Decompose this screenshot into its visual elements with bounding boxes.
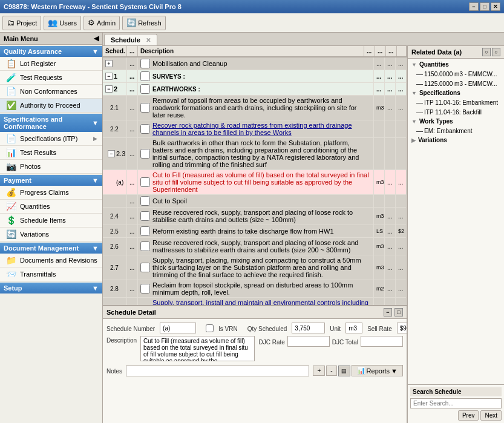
tab-schedule[interactable]: Schedule ✕ (104, 34, 157, 45)
prev-button[interactable]: Prev (458, 410, 479, 421)
add-button[interactable]: + (313, 366, 325, 376)
sidebar-item-test-results[interactable]: 📊 Test Results (0, 146, 102, 160)
tree-item-work-types[interactable]: ▼ Work Types (409, 117, 503, 126)
table-row[interactable]: 2.7 ... Supply, transport, placing, mixi… (103, 255, 407, 280)
cell-dots4[interactable]: ... (396, 57, 407, 70)
expand-button[interactable]: − (105, 73, 113, 80)
row-checkbox[interactable] (140, 84, 150, 94)
expand-button[interactable]: − (108, 150, 115, 157)
remove-button[interactable]: - (326, 366, 336, 376)
sidebar-item-transmittals[interactable]: 📨 Transmittals (0, 267, 102, 281)
detail-minimize-btn[interactable]: − (384, 308, 392, 316)
search-schedule-input[interactable] (410, 398, 502, 408)
cell-dots3[interactable]: ... (385, 57, 396, 70)
row-checkbox[interactable] (140, 177, 150, 187)
sidebar-section-docs[interactable]: Document Management ▼ (0, 243, 102, 254)
table-row[interactable]: + ... Mobilisation and Cleanup ... ... .… (103, 57, 407, 70)
sidebar-item-schedule-items[interactable]: 💲 Schedule Items (0, 214, 102, 228)
next-button[interactable]: Next (480, 410, 502, 421)
djc-total-input[interactable] (361, 336, 403, 347)
row-checkbox[interactable] (140, 284, 150, 293)
tree-item-work1[interactable]: — EM: Embankment (409, 126, 503, 136)
col-header-dots4[interactable]: ... (386, 46, 397, 56)
sidebar-item-test-requests[interactable]: 🧪 Test Requests (0, 71, 102, 85)
users-button[interactable]: 👥 Users (44, 16, 81, 30)
detail-expand-btn[interactable]: □ (394, 308, 403, 316)
sell-rate-input[interactable] (397, 323, 407, 333)
is-vrn-checkbox[interactable] (206, 324, 214, 332)
tree-item-spec2[interactable]: — ITP 11.04-16: Backfill (409, 107, 503, 117)
sidebar-section-specs[interactable]: Specifications and Conformance ▼ (0, 114, 102, 132)
cell-dots[interactable]: ... (127, 70, 138, 82)
table-row[interactable]: 2.4 ... Reuse recovered rock, supply, tr… (103, 208, 407, 225)
unit-input[interactable] (345, 323, 362, 333)
description-textarea[interactable] (140, 336, 255, 361)
sidebar-item-non-conformances[interactable]: 📄 Non Conformances (0, 85, 102, 99)
col-header-dots1[interactable]: ... (127, 46, 138, 56)
sidebar-item-lot-register[interactable]: 📋 Lot Register (0, 57, 102, 71)
row-checkbox[interactable] (140, 226, 150, 236)
row-checkbox[interactable] (140, 149, 150, 159)
tree-item-spec1[interactable]: — ITP 11.04-16: Embankment (409, 97, 503, 107)
table-row[interactable]: ... Cut to Spoil (103, 195, 407, 208)
djc-rate-input[interactable] (287, 336, 330, 347)
sidebar-item-documents[interactable]: 📁 Documents and Revisions (0, 254, 102, 267)
row-checkbox[interactable] (140, 211, 150, 221)
table-row[interactable]: 2.1 ... Removal of topsoil from areas to… (103, 96, 407, 120)
row-checkbox[interactable] (140, 124, 150, 134)
col-header-dots3[interactable]: ... (375, 46, 386, 56)
row-checkbox[interactable] (140, 59, 150, 68)
tree-item-variations[interactable]: ▶ Variations (409, 136, 503, 145)
cell-dots2[interactable]: ... (374, 57, 385, 70)
sidebar-section-qa[interactable]: Quality Assurance ▼ (0, 46, 102, 57)
table-row[interactable]: 2.5 ... Reform existing earth drains to … (103, 225, 407, 238)
sidebar-item-quantities[interactable]: 📈 Quantities (0, 200, 102, 214)
qty-scheduled-input[interactable] (292, 323, 325, 333)
tree-item-qty1[interactable]: — 1150.0000 m3 - EMMCW... (409, 69, 503, 79)
sidebar-collapse-icon[interactable]: ◀ (94, 34, 99, 42)
cell-sched-num: 2.4 (103, 208, 127, 225)
admin-button[interactable]: ⚙ Admin (83, 16, 120, 30)
table-row[interactable]: − 2 ... EARTHWORKS : ... ... ... (103, 83, 407, 96)
expand-button[interactable]: − (105, 85, 113, 93)
schedule-body[interactable]: + ... Mobilisation and Cleanup ... ... .… (103, 57, 407, 305)
maximize-button[interactable]: □ (480, 2, 489, 11)
table-row[interactable]: 2.2 ... Recover rock patching & road mat… (103, 120, 407, 138)
panel-btn-1[interactable]: ○ (482, 48, 491, 56)
schedule-number-input[interactable] (160, 323, 196, 333)
table-row[interactable]: − 1 ... SURVEYS : ... ... ... (103, 70, 407, 83)
tree-item-specifications[interactable]: ▼ Specifications (409, 88, 503, 97)
sidebar-section-payment[interactable]: Payment ▼ (0, 175, 102, 186)
project-button[interactable]: 🗂 Project (2, 16, 41, 30)
row-checkbox[interactable] (140, 71, 150, 81)
sidebar-item-specifications[interactable]: 📄 Specifications (ITP) ▶ (0, 132, 102, 146)
table-row[interactable]: 2.8 ... Reclaim from topsoil stockpile, … (103, 280, 407, 298)
cell-dots[interactable]: ... (127, 83, 138, 95)
tree-item-quantities[interactable]: ▼ Quantities (409, 60, 503, 69)
row-checkbox[interactable] (140, 103, 150, 113)
sidebar-item-progress-claims[interactable]: 💰 Progress Claims (0, 186, 102, 200)
minimize-button[interactable]: − (469, 2, 479, 11)
table-row[interactable]: 2.9 ... Supply, transport, install and m… (103, 298, 407, 305)
note-scroll-icon[interactable]: ▤ (338, 366, 350, 376)
row-checkbox[interactable] (140, 263, 150, 272)
table-row[interactable]: 2.6 ... Reuse recovered rock, supply, tr… (103, 238, 407, 255)
refresh-button[interactable]: 🔄 Refresh (122, 16, 166, 30)
row-checkbox[interactable] (140, 241, 150, 251)
reports-button[interactable]: 📊 Reports ▼ (352, 365, 403, 376)
table-row[interactable]: − 2.3 ... Bulk earthworks in other than … (103, 138, 407, 170)
col-header-dots2[interactable]: ... (364, 46, 375, 56)
cell-dots[interactable]: ... (127, 57, 138, 70)
table-row[interactable]: (a) ... Cut to Fill (measured as volume … (103, 170, 407, 195)
sidebar-item-photos[interactable]: 📷 Photos (0, 160, 102, 174)
notes-input[interactable] (126, 366, 309, 376)
expand-button[interactable]: + (105, 60, 113, 67)
tree-item-qty2[interactable]: — 1125.0000 m3 - EMMCW... (409, 79, 503, 88)
row-checkbox[interactable] (140, 196, 150, 206)
sidebar-section-setup[interactable]: Setup ▼ (0, 283, 102, 293)
tab-close-icon[interactable]: ✕ (146, 37, 151, 44)
panel-btn-2[interactable]: ○ (492, 48, 500, 56)
close-button[interactable]: ✕ (491, 2, 500, 11)
sidebar-item-variations[interactable]: 🔄 Variations (0, 228, 102, 241)
sidebar-item-authority-to-proceed[interactable]: ✅ Authority to Proceed (0, 99, 102, 113)
